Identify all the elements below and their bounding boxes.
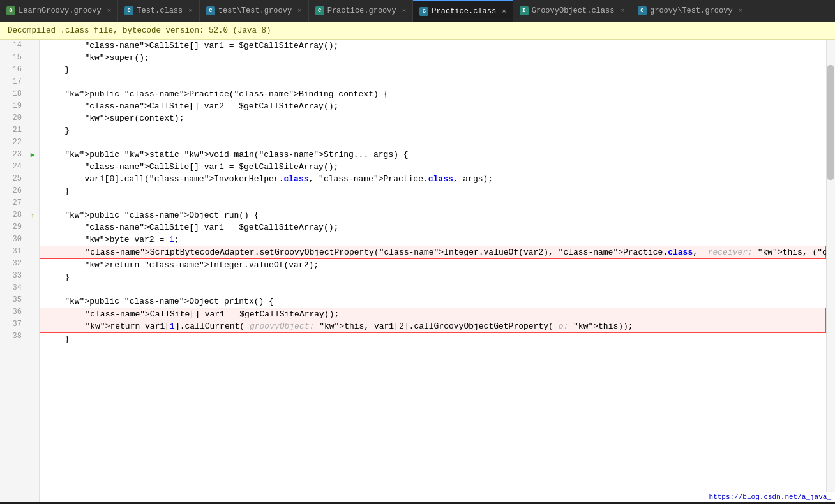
code-line-38: } (40, 333, 826, 345)
gutter-row-18: 18 (0, 88, 39, 100)
gutter-row-20: 20 (0, 112, 39, 124)
line-icon-19 (27, 100, 38, 112)
tab-bar: G LearnGroovy.groovy × C Test.class × C … (0, 0, 835, 22)
code-line-23: "kw">public "kw">static "kw">void main("… (40, 149, 826, 161)
gutter-row-29: 29 (0, 221, 39, 233)
gutter-row-27: 27 (0, 197, 39, 209)
line-icon-38 (27, 330, 38, 343)
line-icon-30 (27, 233, 38, 246)
line-icon-26 (27, 185, 38, 197)
tab-close-practice-class[interactable]: × (502, 8, 506, 15)
code-line-35: "kw">public "class-name">Object printx()… (40, 295, 826, 308)
gutter-row-15: 15 (0, 52, 39, 64)
tab-label-practice-groovy: Practice.groovy (327, 6, 396, 15)
run-icon[interactable]: ▶ (31, 151, 35, 159)
gutter-row-34: 34 (0, 282, 39, 294)
scroll-thumb[interactable] (827, 65, 834, 180)
code-line-27 (40, 197, 826, 209)
tab-test-class[interactable]: C Test.class × (118, 0, 200, 22)
info-bar: Decompiled .class file, bytecode version… (0, 22, 835, 40)
line-icon-20 (27, 112, 38, 124)
tab-test-test-groovy[interactable]: C test\Test.groovy × (200, 0, 309, 22)
gutter-row-21: 21 (0, 124, 39, 137)
code-line-28: "kw">public "class-name">Object run() { (40, 209, 826, 221)
code-line-17 (40, 76, 826, 88)
line-number-27: 27 (0, 197, 27, 209)
gutter-row-38: 38 (0, 330, 39, 343)
line-number-19: 19 (0, 100, 27, 112)
line-number-30: 30 (0, 233, 27, 246)
tab-close-test-test-groovy[interactable]: × (297, 7, 302, 15)
gutter-row-24: 24 (0, 161, 39, 173)
tab-icon-practice-class: C (419, 7, 428, 16)
code-line-30: "kw">byte var2 = 1; (40, 233, 826, 246)
line-number-24: 24 (0, 161, 27, 173)
tab-label-test-test-groovy: test\Test.groovy (218, 6, 292, 15)
tab-label-practice-class: Practice.class (432, 7, 496, 16)
line-number-37: 37 (0, 318, 27, 330)
line-number-29: 29 (0, 221, 27, 233)
line-number-22: 22 (0, 137, 27, 149)
code-line-25: var1[0].call("class-name">InvokerHelper.… (40, 173, 826, 185)
tab-learn-groovy[interactable]: G LearnGroovy.groovy × (0, 0, 118, 22)
code-content[interactable]: "class-name">CallSite[] var1 = $getCallS… (40, 40, 826, 502)
line-number-35: 35 (0, 294, 27, 306)
vertical-scrollbar[interactable] (826, 40, 835, 502)
line-number-28: 28 (0, 209, 27, 221)
arrow-up-icon[interactable]: ↑ (31, 212, 35, 219)
line-number-33: 33 (0, 270, 27, 282)
line-icon-15 (27, 52, 38, 64)
tab-groovy-object-class[interactable]: I GroovyObject.class × (513, 0, 631, 22)
line-number-23: 23 (0, 149, 27, 161)
tab-close-groovy-test-groovy[interactable]: × (739, 7, 743, 15)
gutter-row-25: 25 (0, 173, 39, 185)
tab-groovy-test-groovy[interactable]: C groovy\Test.groovy × (631, 0, 749, 22)
gutter-row-22: 22 (0, 137, 39, 149)
line-number-25: 25 (0, 173, 27, 185)
tab-icon-practice-groovy: C (315, 6, 324, 15)
line-icon-34 (27, 282, 38, 294)
line-icon-22 (27, 137, 38, 149)
line-icon-23[interactable]: ▶ (27, 149, 38, 161)
line-icon-31 (27, 246, 38, 258)
code-line-31: "class-name">ScriptBytecodeAdapter.setGr… (40, 246, 826, 259)
tab-practice-groovy[interactable]: C Practice.groovy × (309, 0, 414, 22)
tab-close-practice-groovy[interactable]: × (402, 7, 407, 15)
line-icon-35 (27, 294, 38, 306)
code-line-14: "class-name">CallSite[] var1 = $getCallS… (40, 40, 826, 52)
tab-practice-class[interactable]: C Practice.class × (413, 0, 513, 22)
tab-close-groovy-object-class[interactable]: × (620, 7, 624, 15)
gutter-row-36: 36 (0, 306, 39, 318)
line-number-15: 15 (0, 52, 27, 64)
line-icon-33 (27, 270, 38, 282)
editor: 14151617181920212223▶2425262728↑29303132… (0, 40, 835, 502)
gutter-row-23: 23▶ (0, 149, 39, 161)
code-line-37: "kw">return var1[1].callCurrent( groovyO… (40, 320, 826, 333)
line-icon-28[interactable]: ↑ (27, 209, 38, 221)
tab-close-learn-groovy[interactable]: × (107, 7, 112, 15)
line-icon-14 (27, 40, 38, 52)
line-icon-27 (27, 197, 38, 209)
gutter-row-30: 30 (0, 233, 39, 246)
tab-icon-test-test-groovy: C (206, 6, 215, 15)
code-line-16: } (40, 64, 826, 76)
line-icon-25 (27, 173, 38, 185)
line-icon-16 (27, 64, 38, 76)
gutter-row-19: 19 (0, 100, 39, 112)
code-line-34 (40, 283, 826, 295)
line-number-14: 14 (0, 40, 27, 52)
gutter-row-17: 17 (0, 76, 39, 88)
line-icon-29 (27, 221, 38, 233)
code-line-18: "kw">public "class-name">Practice("class… (40, 88, 826, 100)
line-number-31: 31 (0, 246, 27, 258)
line-icon-32 (27, 258, 38, 270)
gutter-row-14: 14 (0, 40, 39, 52)
tab-label-groovy-object-class: GroovyObject.class (532, 6, 615, 15)
line-number-21: 21 (0, 124, 27, 137)
tab-close-test-class[interactable]: × (188, 7, 193, 15)
code-line-26: } (40, 185, 826, 197)
line-icon-37 (27, 318, 38, 330)
tab-label-groovy-test-groovy: groovy\Test.groovy (650, 6, 733, 15)
code-line-15: "kw">super(); (40, 52, 826, 64)
code-line-22 (40, 137, 826, 149)
